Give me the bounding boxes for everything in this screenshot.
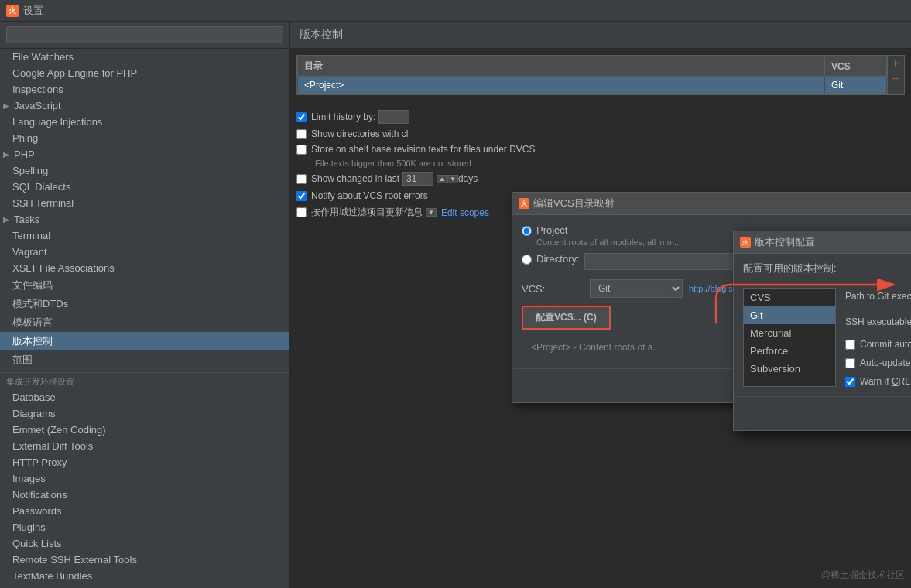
show-changed-row: Show changed in last ▲ ▼ days — [296, 169, 905, 188]
cherry-pick-label: Commit automatically on cherry-pick — [860, 339, 911, 350]
configure-vcs-btn[interactable]: 配置VCS... (C) — [522, 306, 611, 330]
checkbox-cherry-pick: Commit automatically on cherry-pick — [845, 339, 911, 350]
sidebar-item-file-watchers[interactable]: File Watchers — [0, 49, 289, 65]
content-header: 版本控制 — [290, 22, 911, 49]
radio-project-sublabel: Content roots of all modules, all imm... — [536, 238, 681, 247]
dialog-vcs-map-titlebar: 火 编辑VCS目录映射 ✕ — [512, 193, 911, 215]
warn-crlf-label: Warn if CRLF line separators are about t… — [860, 376, 911, 387]
watermark: @稀土掘金技术社区 — [821, 569, 905, 582]
dialog-vcs-map-title: 编辑VCS目录映射 — [533, 197, 615, 210]
vcs-table: 目录 VCS <Project> Git — [297, 56, 887, 94]
title-bar-text: 设置 — [23, 4, 43, 18]
app-icon: 火 — [6, 5, 19, 17]
sidebar-item-diagrams[interactable]: Diagrams — [0, 405, 289, 422]
sidebar-item-php[interactable]: ▶PHP — [0, 146, 289, 162]
sidebar-item-google-app-engine[interactable]: Google App Engine for PHP — [0, 65, 289, 81]
col-vcs: VCS — [825, 56, 887, 77]
content-area: 版本控制 目录 VCS <Project> Git — [290, 22, 911, 588]
store-shelf-note: File texts bigger than 500K are not stor… — [296, 157, 905, 169]
vcs-select[interactable]: Git — [590, 279, 683, 298]
days-label: days — [458, 173, 478, 184]
show-dirs-row: Show directories with cl — [296, 126, 905, 142]
vcs-label: VCS: — [522, 283, 584, 295]
arrow-icon: ▶ — [3, 101, 12, 110]
sidebar-item-database[interactable]: Database — [0, 389, 289, 405]
sidebar-item-todo[interactable]: TODO — [0, 584, 289, 588]
edit-scopes-link[interactable]: Edit scopes — [441, 207, 489, 218]
main-layout: File Watchers Google App Engine for PHP … — [0, 22, 911, 588]
sidebar-item-remote-ssh[interactable]: Remote SSH External Tools — [0, 552, 289, 568]
spinner-up[interactable]: ▲ — [437, 175, 447, 183]
limit-history-checkbox[interactable] — [296, 112, 307, 122]
dialog-vcs-config-title: 版本控制配置 — [755, 235, 815, 249]
store-shelf-row: Store on shelf base revision texts for f… — [296, 142, 905, 157]
limit-history-row: Limit history by: — [296, 108, 905, 126]
sidebar-item-http-proxy[interactable]: HTTP Proxy — [0, 454, 289, 470]
sidebar-item-spelling[interactable]: Spelling — [0, 162, 289, 179]
show-changed-checkbox[interactable] — [296, 174, 307, 184]
sidebar-item-images[interactable]: Images — [0, 470, 289, 487]
sidebar-item-sql-dialects[interactable]: SQL Dialects — [0, 179, 289, 195]
remove-vcs-btn[interactable]: − — [888, 71, 903, 87]
sidebar-item-template-lang[interactable]: 模板语言 — [0, 313, 289, 332]
table-row[interactable]: <Project> Git — [298, 77, 887, 94]
content-title: 版本控制 — [300, 28, 343, 42]
search-box[interactable] — [0, 22, 289, 49]
limit-history-label: Limit history by: — [311, 111, 375, 122]
warn-crlf-checkbox[interactable] — [845, 377, 855, 387]
checkbox-auto-update: Auto-update if push of the current branc… — [845, 357, 911, 368]
red-arrow-svg — [708, 269, 909, 331]
sidebar-item-external-diff[interactable]: External Diff Tools — [0, 438, 289, 454]
sidebar-item-xslt[interactable]: XSLT File Associations — [0, 260, 289, 276]
radio-project[interactable] — [522, 226, 532, 236]
filter-dropdown[interactable]: ▼ — [426, 208, 437, 217]
vcs-table-container: 目录 VCS <Project> Git + − — [290, 49, 911, 101]
vcs-list-item-subversion[interactable]: Subversion — [744, 360, 835, 378]
limit-history-input[interactable] — [378, 110, 409, 124]
title-bar: 火 设置 — [0, 0, 911, 22]
sidebar-item-vcs[interactable]: 版本控制 — [0, 332, 289, 350]
radio-project-label: Project — [536, 224, 681, 236]
vcs-list-item-perforce[interactable]: Perforce — [744, 342, 835, 360]
sidebar-item-textmate[interactable]: TextMate Bundles — [0, 568, 289, 584]
sidebar-item-emmet[interactable]: Emmet (Zen Coding) — [0, 422, 289, 438]
sidebar-item-notifications[interactable]: Notifications — [0, 487, 289, 503]
sidebar: File Watchers Google App Engine for PHP … — [0, 22, 290, 588]
sidebar-item-phing[interactable]: Phing — [0, 130, 289, 146]
show-changed-input[interactable] — [402, 172, 433, 186]
sidebar-item-tasks[interactable]: ▶Tasks — [0, 211, 289, 227]
auto-update-checkbox[interactable] — [845, 358, 855, 368]
radio-directory[interactable] — [522, 255, 532, 265]
store-shelf-label: Store on shelf base revision texts for f… — [311, 144, 535, 155]
sidebar-item-scope[interactable]: 范围 — [0, 350, 289, 369]
filter-label: 按作用域过滤项目更新信息 — [311, 206, 423, 219]
sidebar-item-ssh-terminal[interactable]: SSH Terminal — [0, 195, 289, 211]
show-dirs-checkbox[interactable] — [296, 129, 307, 139]
store-shelf-checkbox[interactable] — [296, 145, 307, 155]
sidebar-item-vagrant[interactable]: Vagrant — [0, 244, 289, 260]
sidebar-item-inspections[interactable]: Inspections — [0, 81, 289, 97]
spinner-down[interactable]: ▼ — [447, 175, 458, 183]
cell-dir: <Project> — [298, 77, 825, 94]
sidebar-item-language-injections[interactable]: Language Injections — [0, 114, 289, 130]
notify-vcs-checkbox[interactable] — [296, 191, 307, 201]
sidebar-item-file-encoding[interactable]: 文件编码 — [0, 276, 289, 295]
sidebar-item-quick-lists[interactable]: Quick Lists — [0, 535, 289, 552]
checkbox-warn-crlf: Warn if CRLF line separators are about t… — [845, 376, 911, 387]
cell-vcs: Git — [825, 77, 887, 94]
search-input[interactable] — [6, 26, 283, 43]
sidebar-item-passwords[interactable]: Passwords — [0, 503, 289, 519]
sidebar-item-dtd[interactable]: 模式和DTDs — [0, 295, 289, 313]
dialog-vcs-config-titlebar: 火 版本控制配置 _ □ ✕ — [734, 231, 911, 254]
add-vcs-btn[interactable]: + — [888, 56, 903, 71]
sidebar-item-plugins[interactable]: Plugins — [0, 519, 289, 535]
radio-directory-label: Directory: — [536, 253, 580, 265]
sidebar-item-terminal[interactable]: Terminal — [0, 227, 289, 244]
filter-checkbox[interactable] — [296, 207, 307, 217]
col-dir: 目录 — [298, 56, 825, 77]
dialog-config-icon: 火 — [740, 237, 751, 248]
dialog-vcs-config-footer: 确定 取消 — [734, 396, 911, 430]
auto-update-label: Auto-update if push of the current branc… — [860, 357, 911, 368]
cherry-pick-checkbox[interactable] — [845, 340, 855, 350]
sidebar-item-javascript[interactable]: ▶JavaScript — [0, 97, 289, 114]
